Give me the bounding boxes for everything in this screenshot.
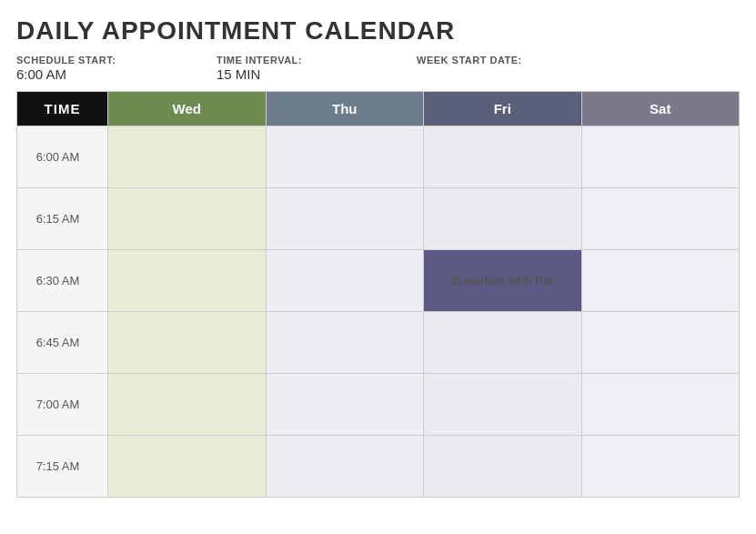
page-title: DAILY APPOINTMENT CALENDAR bbox=[16, 16, 740, 45]
week-start-block: WEEK START DATE: bbox=[417, 55, 599, 66]
cell-sat-0 bbox=[581, 126, 740, 188]
schedule-start-block: SCHEDULE START: 6:00 AM bbox=[16, 55, 217, 82]
cell-fri-0 bbox=[424, 126, 582, 188]
cell-sat-1 bbox=[581, 188, 740, 250]
time-interval-block: TIME INTERVAL: 15 MIN bbox=[217, 55, 417, 82]
table-row: 6:45 AM bbox=[17, 312, 740, 374]
cell-sat-3 bbox=[581, 312, 740, 374]
cell-wed-3 bbox=[108, 312, 267, 374]
cell-wed-0 bbox=[108, 126, 267, 188]
calendar-table: TIME Wed Thu Fri Sat 6:00 AM6:15 AM6:30 … bbox=[16, 91, 740, 498]
table-row: 6:15 AM bbox=[17, 188, 740, 250]
cell-sat-2 bbox=[581, 250, 740, 312]
table-row: 6:00 AM bbox=[17, 126, 740, 188]
time-cell: 6:45 AM bbox=[17, 312, 108, 374]
col-header-thu: Thu bbox=[266, 92, 424, 126]
schedule-start-value: 6:00 AM bbox=[16, 66, 217, 82]
cell-sat-5 bbox=[581, 436, 740, 498]
cell-thu-5 bbox=[266, 436, 424, 498]
cell-wed-4 bbox=[108, 374, 267, 436]
table-row: 6:30 AMBreakfast with Pat bbox=[17, 250, 740, 312]
time-cell: 6:00 AM bbox=[17, 126, 108, 188]
cell-sat-4 bbox=[581, 374, 740, 436]
time-interval-value: 15 MIN bbox=[217, 66, 417, 82]
cell-wed-5 bbox=[108, 436, 267, 498]
schedule-start-label: SCHEDULE START: bbox=[16, 55, 217, 65]
table-header-row: TIME Wed Thu Fri Sat bbox=[17, 92, 740, 126]
col-header-fri: Fri bbox=[424, 92, 582, 126]
cell-thu-0 bbox=[266, 126, 424, 188]
meta-row: SCHEDULE START: 6:00 AM TIME INTERVAL: 1… bbox=[16, 55, 740, 82]
week-start-label: WEEK START DATE: bbox=[417, 55, 599, 65]
cell-wed-2 bbox=[108, 250, 267, 312]
table-row: 7:00 AM bbox=[17, 374, 740, 436]
cell-fri-3 bbox=[424, 312, 582, 374]
time-cell: 6:15 AM bbox=[17, 188, 108, 250]
time-cell: 7:00 AM bbox=[17, 374, 108, 436]
col-header-sat: Sat bbox=[581, 92, 740, 126]
cell-fri-4 bbox=[424, 374, 582, 436]
time-cell: 6:30 AM bbox=[17, 250, 108, 312]
cell-fri-1 bbox=[424, 188, 582, 250]
col-header-wed: Wed bbox=[108, 92, 267, 126]
cell-thu-1 bbox=[266, 188, 424, 250]
col-header-time: TIME bbox=[17, 92, 108, 126]
cell-thu-4 bbox=[266, 374, 424, 436]
cell-thu-3 bbox=[266, 312, 424, 374]
time-cell: 7:15 AM bbox=[17, 436, 108, 498]
appointment-cell: Breakfast with Pat bbox=[424, 250, 582, 312]
time-interval-label: TIME INTERVAL: bbox=[217, 55, 417, 65]
table-row: 7:15 AM bbox=[17, 436, 740, 498]
cell-fri-5 bbox=[424, 436, 582, 498]
cell-thu-2 bbox=[266, 250, 424, 312]
cell-wed-1 bbox=[108, 188, 267, 250]
